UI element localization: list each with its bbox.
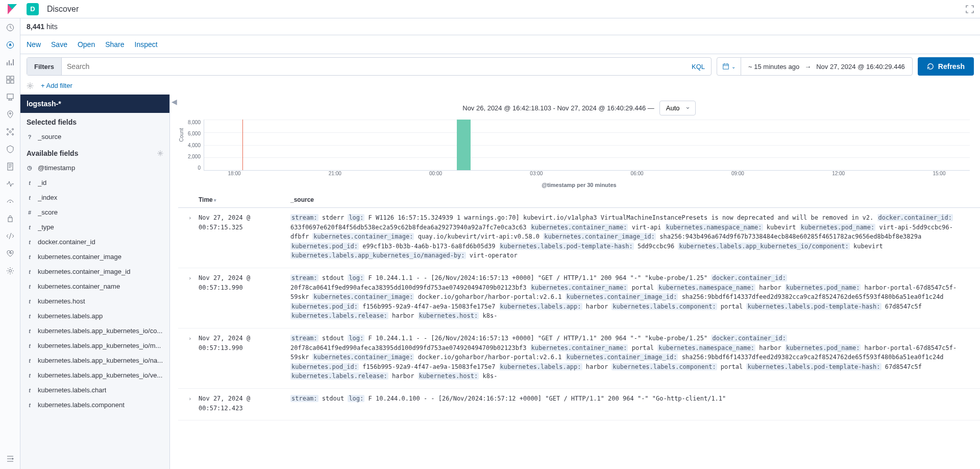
time-to: Nov 27, 2024 @ 16:40:29.446 [816,63,905,71]
kv-value: k8s- [479,372,497,380]
nav-infra-icon[interactable] [6,145,14,153]
histogram-chart[interactable]: Count 8,0006,0004,0002,0000 [178,118,980,171]
expand-row-button[interactable]: › [188,334,199,381]
kv-value: k8s- [479,312,497,319]
calendar-button[interactable]: ⌄ [717,58,741,75]
kv-value: harbor [755,344,785,351]
field-item[interactable]: _score [20,205,169,220]
field-item[interactable]: _index [20,190,169,205]
field-item[interactable]: kubernetes.container_image [20,249,169,264]
time-cursor [242,120,243,170]
row-source: stream: stdout log: F 10.244.1.1 - - [26… [290,334,970,381]
kv-key: log: [348,335,364,342]
interval-select[interactable]: Auto [659,101,696,115]
nav-visualize-icon[interactable] [6,58,14,66]
time-picker: ⌄ ~ 15 minutes ago → Nov 27, 2024 @ 16:4… [717,57,913,76]
nav-monitoring-icon[interactable] [6,249,14,257]
kv-key: kubernetes.host: [418,372,479,380]
column-source[interactable]: _source [290,196,970,203]
nav-collapse-icon[interactable] [6,455,14,463]
kv-key: log: [348,214,364,221]
field-type-icon [27,284,33,290]
kv-key: kubernetes.pod_id: [290,363,359,370]
kv-key: kubernetes.host: [418,312,479,319]
index-pattern-selector[interactable]: logstash-* [20,95,169,113]
inspect-button[interactable]: Inspect [135,40,158,49]
kv-value: harbor [582,363,612,370]
open-button[interactable]: Open [78,40,95,49]
kv-key: kubernetes.labels.component: [611,363,717,370]
field-type-icon [27,387,33,393]
expand-row-button[interactable]: › [188,273,199,321]
row-timestamp: Nov 27, 2024 @ 00:57:12.423 [199,394,290,413]
histogram-bar[interactable] [457,120,471,170]
kv-value: virt-api [628,224,665,231]
hits-bar: 8,441 hits [20,18,980,35]
field-item[interactable]: kubernetes.labels.app_kubernetes_io/ve..… [20,368,169,383]
y-tick: 0 [198,165,201,171]
nav-recent-icon[interactable] [6,24,14,32]
field-item[interactable]: _id [20,175,169,190]
kibana-logo[interactable] [6,3,18,15]
field-item[interactable]: kubernetes.labels.app_kubernetes_io/co..… [20,323,169,338]
nav-uptime-icon[interactable] [6,197,14,205]
save-button[interactable]: Save [51,40,67,49]
expand-row-button[interactable]: › [188,394,199,413]
nav-devtools-icon[interactable] [6,232,14,240]
nav-discover-icon[interactable] [6,41,14,49]
field-item[interactable]: kubernetes.container_image_id [20,264,169,279]
search-input[interactable] [62,58,685,75]
kv-value: stdout [318,335,348,342]
filter-settings-icon[interactable] [27,82,34,89]
hits-count: 8,441 [27,22,44,31]
expand-row-button[interactable]: › [188,213,199,261]
kql-toggle[interactable]: KQL [685,63,711,71]
time-range[interactable]: ~ 15 minutes ago → Nov 27, 2024 @ 16:40:… [741,63,912,71]
column-time[interactable]: Time [199,196,290,203]
nav-ml-icon[interactable] [6,128,14,136]
kv-key: stream: [290,395,318,402]
field-settings-icon[interactable] [157,150,163,156]
nav-canvas-icon[interactable] [6,93,14,101]
svg-rect-17 [723,64,729,69]
field-name: _score [38,208,58,216]
kv-key: kubernetes.container_image_id: [543,233,656,240]
table-header: Time _source [178,192,980,208]
kv-value: sha256:943b496a674d9f67b7338484ecb848e60… [656,233,921,240]
results-panel: Nov 26, 2024 @ 16:42:18.103 - Nov 27, 20… [178,95,980,469]
x-tick: 18:00 [228,171,241,176]
add-filter-button[interactable]: + Add filter [41,82,72,89]
sidebar-collapse-button[interactable]: ◀ [170,95,178,469]
kv-value: f156b995-92a9-4f47-ae9a-15083fe175e7 [359,303,499,310]
x-tick: 12:00 [832,171,845,176]
search-row: Filters KQL ⌄ ~ 15 minutes ago → Nov 27,… [20,54,980,79]
field-item[interactable]: kubernetes.container_name [20,279,169,294]
nav-siem-icon[interactable] [6,215,14,223]
histogram-range: Nov 26, 2024 @ 16:42:18.103 - Nov 27, 20… [462,104,654,112]
nav-maps-icon[interactable] [6,110,14,119]
field-type-icon [27,180,33,186]
field-item[interactable]: _source [20,129,169,144]
row-timestamp: Nov 27, 2024 @ 00:57:13.990 [199,334,290,381]
nav-management-icon[interactable] [6,267,14,275]
field-item[interactable]: kubernetes.labels.component [20,397,169,412]
field-item[interactable]: docker.container_id [20,235,169,249]
fullscreen-icon[interactable] [966,5,974,13]
field-item[interactable]: kubernetes.labels.app_kubernetes_io/m... [20,338,169,353]
field-item[interactable]: @timestamp [20,160,169,175]
table-row: ›Nov 27, 2024 @ 00:57:15.325stream: stde… [178,208,980,268]
share-button[interactable]: Share [105,40,124,49]
nav-dashboard-icon[interactable] [6,76,14,84]
field-item[interactable]: _type [20,220,169,235]
kv-key: stream: [290,274,318,282]
refresh-button[interactable]: Refresh [918,57,974,76]
nav-logs-icon[interactable] [6,162,14,171]
new-button[interactable]: New [27,40,41,49]
field-item[interactable]: kubernetes.host [20,294,169,309]
nav-apm-icon[interactable] [6,180,14,188]
field-item[interactable]: kubernetes.labels.chart [20,383,169,397]
app-badge[interactable]: D [27,3,39,15]
field-item[interactable]: kubernetes.labels.app_kubernetes_io/na..… [20,353,169,368]
field-item[interactable]: kubernetes.labels.app [20,309,169,323]
field-name: kubernetes.container_image [38,253,121,261]
